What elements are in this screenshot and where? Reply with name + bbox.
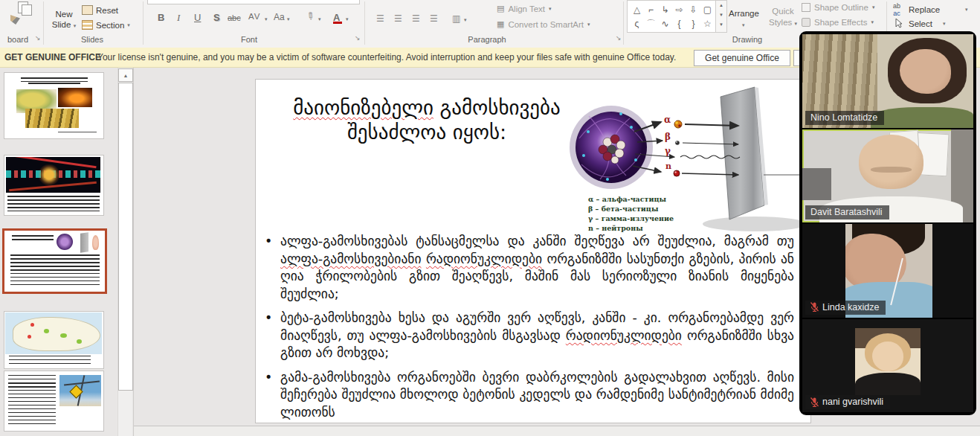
text-shadow-button[interactable]: S: [213, 12, 220, 23]
slide-canvas[interactable]: მაიონიზებელი გამოსხივება შესაძლოა იყოს:: [255, 79, 811, 423]
chevron-down-icon[interactable]: ▾: [346, 16, 349, 22]
zoom-video-panel[interactable]: Nino Lomtatidze Davit Baratashvili: [799, 31, 976, 415]
slide-thumbnail-1[interactable]: [4, 72, 104, 139]
shape-effects-label: Shape Effects: [814, 18, 867, 27]
scroll-up-arrow[interactable]: ▲: [118, 68, 133, 82]
slide-body-text[interactable]: • ალფა-გამოსხივებას ტანსაცმელსა და კანში…: [265, 233, 794, 428]
highlight-pen-icon[interactable]: ✎: [303, 9, 317, 23]
columns-icon[interactable]: ▥: [452, 13, 460, 24]
bold-button[interactable]: B: [158, 12, 164, 23]
shape-arrow-elbow-icon[interactable]: ↳: [658, 3, 672, 16]
slide-title[interactable]: მაიონიზებელი გამოსხივება შესაძლოა იყოს:: [267, 96, 587, 145]
justify-icon[interactable]: ☰: [430, 13, 438, 24]
select-button[interactable]: Select: [909, 19, 932, 28]
arrange-button[interactable]: Arrange: [729, 9, 759, 18]
align-text-button[interactable]: ▤ Align Text ▾: [497, 4, 552, 13]
chevron-down-icon[interactable]: ▾: [318, 16, 321, 22]
thumb4-red-marker: [30, 323, 34, 327]
font-name-combo-partial[interactable]: [147, 0, 360, 4]
video-tile-nino[interactable]: Nino Lomtatidze: [802, 34, 973, 128]
shape-effects-button[interactable]: Shape Effects ▾: [802, 18, 874, 27]
slide-thumbnail-4[interactable]: [4, 311, 104, 369]
shape-brace-right-icon[interactable]: }: [686, 17, 700, 31]
align-center-icon[interactable]: ☰: [394, 13, 402, 24]
align-right-icon[interactable]: ☰: [412, 13, 420, 24]
clipboard-dialog-launcher[interactable]: ↘: [35, 34, 41, 42]
chevron-down-icon[interactable]: ▾: [943, 21, 946, 27]
shape-triangle-icon[interactable]: △: [630, 3, 644, 16]
title-line2: შესაძლოა იყოს:: [347, 121, 506, 144]
paragraph-dialog-launcher[interactable]: ↘: [616, 34, 622, 42]
pane-divider[interactable]: [133, 67, 134, 436]
participant-features: [871, 167, 912, 173]
quick-styles-button[interactable]: Quick Styles ▾: [766, 6, 800, 29]
chevron-down-icon[interactable]: ▾: [265, 16, 268, 22]
banner-message: Your license isn't genuine, and you may …: [97, 52, 676, 62]
gamma-symbol: γ: [665, 146, 671, 156]
quick-styles-label-1: Quick: [772, 7, 793, 16]
shapes-gallery[interactable]: △⌐↳⇨⇩▢ ς⌒∿{}☆ ▲▼▼: [627, 0, 727, 33]
video-tile-linda[interactable]: Linda kaxidze: [802, 224, 973, 318]
scrollbar-thumb[interactable]: [118, 83, 133, 391]
shape-arc-icon[interactable]: ⌒: [644, 17, 658, 31]
shape-outline-icon: [802, 3, 810, 12]
shape-curve-icon[interactable]: ∿: [658, 17, 672, 31]
slide-thumbnail-5[interactable]: [4, 371, 104, 432]
participant-name: Davit Baratashvili: [810, 207, 883, 217]
paragraph-group-label: Paragraph: [442, 35, 532, 44]
avatar-jacket: [855, 373, 920, 396]
section-button[interactable]: Section ▾: [82, 20, 130, 30]
printer-shape: [802, 168, 831, 200]
align-left-icon[interactable]: ☰: [376, 13, 384, 24]
shape-rect-icon[interactable]: ▢: [700, 3, 715, 16]
thumbnail-scrollbar[interactable]: ▲: [117, 68, 132, 436]
character-spacing-button[interactable]: AV: [248, 12, 261, 21]
shape-scribble-icon[interactable]: ς: [630, 17, 644, 31]
slide-thumbnail-3-selected[interactable]: [2, 228, 107, 294]
chevron-down-icon[interactable]: ▾: [287, 16, 290, 22]
reset-icon: [82, 5, 93, 15]
video-tile-davit[interactable]: Davit Baratashvili: [802, 129, 973, 223]
strikethrough-button[interactable]: abc: [228, 13, 241, 22]
bullet-marker: •: [265, 310, 280, 362]
shape-down-arrow-icon[interactable]: ⇩: [686, 3, 700, 16]
chevron-down-icon: ▾: [127, 22, 130, 28]
b1-misspelled-2: რადიონუკლიდები: [426, 251, 542, 266]
select-cursor-icon: [895, 18, 903, 31]
radiation-diagram-image[interactable]: α β γ n α – альфа-частицы β – бета-части…: [555, 83, 811, 233]
notes-pane[interactable]: [134, 426, 980, 436]
shape-elbow-icon[interactable]: ⌐: [644, 3, 658, 16]
video-tile-nani[interactable]: nani gvarishvili: [802, 319, 973, 413]
participant-face: [859, 135, 923, 189]
font-dialog-launcher[interactable]: ↘: [355, 34, 361, 42]
shape-right-arrow-icon[interactable]: ⇨: [672, 3, 686, 16]
section-label: Section: [96, 21, 124, 30]
shape-brace-left-icon[interactable]: {: [672, 17, 686, 31]
chevron-down-icon[interactable]: ▾: [965, 7, 968, 13]
copy-icon-back: [22, 4, 32, 16]
change-case-button[interactable]: Aa: [274, 12, 285, 22]
shapes-gallery-scroll[interactable]: ▲▼▼: [715, 1, 726, 32]
thumb3-atom-image: [57, 234, 73, 250]
participant-name: Linda kaxidze: [822, 302, 879, 312]
shape-outline-button[interactable]: Shape Outline ▾: [802, 3, 874, 12]
font-color-button[interactable]: A: [333, 10, 340, 24]
new-slide-button[interactable]: New Slide ▾: [48, 9, 80, 31]
chevron-down-icon: ▾: [587, 22, 590, 28]
clipboard-group-label: board: [1, 35, 34, 44]
reset-button[interactable]: Reset: [82, 5, 118, 15]
underline-button[interactable]: U: [194, 12, 201, 23]
replace-button[interactable]: Replace: [909, 5, 940, 14]
shape-effects-icon: [802, 18, 810, 27]
thumb3-flame-image: [92, 235, 99, 250]
thumb2-glow: [39, 164, 59, 185]
get-genuine-office-button[interactable]: Get genuine Office: [694, 50, 790, 66]
shape-star-icon[interactable]: ☆: [700, 17, 715, 31]
slide-thumbnail-2[interactable]: [4, 155, 104, 216]
format-painter-icon[interactable]: [10, 15, 20, 25]
chevron-down-icon[interactable]: ▾: [742, 22, 745, 28]
italic-button[interactable]: I: [177, 12, 180, 24]
convert-smartart-button[interactable]: ▦ Convert to SmartArt ▾: [497, 19, 590, 29]
neutron-symbol: n: [665, 161, 671, 171]
chevron-down-icon[interactable]: ▾: [464, 17, 467, 23]
